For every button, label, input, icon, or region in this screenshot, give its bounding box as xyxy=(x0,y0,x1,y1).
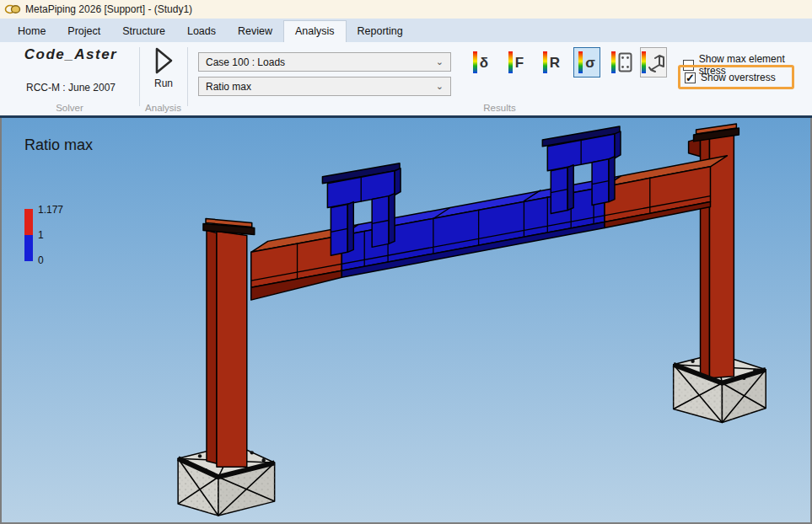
rainbow-scale-icon xyxy=(543,51,547,73)
rainbow-scale-icon xyxy=(578,51,583,73)
title-bar: MetaPiping 2026 [Support] - (Study1) xyxy=(0,0,812,19)
load-case-value: Case 100 : Loads xyxy=(206,56,285,68)
load-case-dropdown[interactable]: Case 100 : Loads ⌄ xyxy=(198,52,451,72)
group-label-results: Results xyxy=(187,103,812,113)
beam-profile-icon xyxy=(648,51,665,73)
group-label-solver: Solver xyxy=(0,103,139,113)
force-result-button[interactable]: F xyxy=(503,47,530,78)
legend-min-value: 0 xyxy=(38,254,44,266)
baseplate-result-button[interactable] xyxy=(608,47,635,78)
group-label-analysis: Analysis xyxy=(139,103,187,113)
chevron-down-icon: ⌄ xyxy=(436,81,444,92)
ribbon: Code_Aster RCC-M : June 2007 Solver Run … xyxy=(0,42,812,115)
tab-analysis[interactable]: Analysis xyxy=(283,20,347,43)
ribbon-tab-bar: Home Project Structure Loads Review Anal… xyxy=(0,19,812,42)
app-logo-icon xyxy=(4,3,21,15)
window-title: MetaPiping 2026 [Support] - (Study1) xyxy=(25,3,192,15)
tab-project[interactable]: Project xyxy=(56,21,111,42)
result-title: Ratio max xyxy=(24,136,93,154)
baseplate-icon xyxy=(618,52,632,72)
tab-loads[interactable]: Loads xyxy=(176,21,227,42)
group-separator xyxy=(139,47,140,106)
run-button-label: Run xyxy=(154,78,173,89)
show-overstress-row[interactable]: ✓ Show overstress xyxy=(685,72,776,83)
tab-reporting[interactable]: Reporting xyxy=(347,21,414,42)
color-legend: 1.177 1 0 xyxy=(24,209,33,261)
result-type-dropdown[interactable]: Ratio max ⌄ xyxy=(198,77,451,96)
viewport-3d[interactable]: Ratio max 1.177 1 0 xyxy=(0,118,812,524)
force-glyph: F xyxy=(515,56,524,70)
tab-structure[interactable]: Structure xyxy=(111,21,176,42)
rainbow-scale-icon xyxy=(611,51,616,73)
result-type-value: Ratio max xyxy=(206,81,251,93)
solver-brand-logo: Code_Aster xyxy=(7,46,135,63)
steel-column-left[interactable] xyxy=(203,219,255,468)
rainbow-scale-icon xyxy=(508,51,513,73)
reaction-glyph: R xyxy=(550,56,560,70)
rainbow-scale-icon xyxy=(642,51,646,73)
legend-color-bar xyxy=(24,209,33,261)
delta-glyph: δ xyxy=(480,56,488,70)
legend-red-segment xyxy=(24,209,33,235)
sigma-glyph: σ xyxy=(585,56,595,70)
rainbow-scale-icon xyxy=(473,51,477,73)
stress-result-button[interactable]: σ xyxy=(573,47,600,78)
application-window: MetaPiping 2026 [Support] - (Study1) Hom… xyxy=(0,0,812,524)
structure-3d-scene[interactable] xyxy=(2,118,810,522)
solver-code-label: RCC-M : June 2007 xyxy=(7,82,135,94)
legend-mid-value: 1 xyxy=(38,229,44,241)
legend-blue-segment xyxy=(24,235,33,261)
displacement-result-button[interactable]: δ xyxy=(467,47,494,78)
run-button[interactable]: Run xyxy=(144,45,183,96)
chevron-down-icon: ⌄ xyxy=(436,56,444,67)
group-separator xyxy=(187,47,188,106)
checkmark-icon: ✓ xyxy=(686,72,695,83)
reaction-result-button[interactable]: R xyxy=(538,47,565,78)
legend-max-value: 1.177 xyxy=(38,204,63,216)
show-overstress-checkbox[interactable]: ✓ xyxy=(685,72,696,83)
tab-review[interactable]: Review xyxy=(227,21,283,42)
show-overstress-label: Show overstress xyxy=(701,72,776,83)
tab-home[interactable]: Home xyxy=(7,21,56,42)
run-play-icon xyxy=(151,45,176,76)
beam-stress-result-button[interactable] xyxy=(640,47,667,78)
